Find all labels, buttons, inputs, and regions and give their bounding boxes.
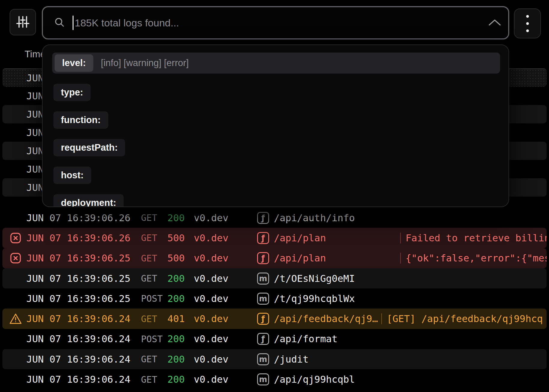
http-method: POST <box>141 334 165 344</box>
log-row[interactable]: JUN 07 16:39:06.24 GET 200 v0.dev m /api… <box>2 369 547 389</box>
log-row[interactable]: JUN 07 16:39:06.24 GET 200 v0.dev m /jud… <box>2 349 547 369</box>
suggestion-hint: [info] [warning] [error] <box>101 58 189 68</box>
middleware-icon: m <box>257 273 269 285</box>
host: v0.dev <box>194 313 255 324</box>
http-method: GET <box>141 354 165 364</box>
request-path: /api/format <box>274 333 338 345</box>
middleware-icon: m <box>257 353 269 365</box>
search-icon <box>54 17 65 29</box>
suggestion-item[interactable]: type: <box>53 84 508 101</box>
message-divider <box>400 233 401 243</box>
request-path: /api/plan <box>274 232 398 244</box>
request-path: /api/plan <box>274 252 398 264</box>
log-message: [GET] /api/feedback/qj99hcq <box>387 313 543 324</box>
filter-button[interactable] <box>10 9 36 35</box>
filter-sliders-icon <box>16 15 30 30</box>
status-code: 200 <box>167 354 191 365</box>
http-method: GET <box>141 314 165 324</box>
suggestion-item[interactable]: host: <box>53 167 508 184</box>
suggestion-item-highlighted[interactable]: level: [info] [warning] [error] <box>52 53 500 74</box>
host: v0.dev <box>194 273 255 284</box>
suggestion-key[interactable]: deployment: <box>53 194 124 207</box>
request-path: /judit <box>274 354 309 365</box>
function-icon: ƒ <box>257 313 269 325</box>
function-icon: ƒ <box>257 252 269 264</box>
timestamp: JUN 07 16:39:06.25 <box>26 273 139 284</box>
http-method: GET <box>141 213 165 223</box>
log-rows: JUN 07 16:39:06.26 GET 200 v0.dev ƒ /api… <box>0 208 549 390</box>
error-icon <box>9 252 22 265</box>
status-code: 200 <box>167 333 191 345</box>
status-code: 200 <box>167 374 191 385</box>
function-icon: ƒ <box>257 212 269 224</box>
request-path: /t/OEsNiGg0eMI <box>274 273 355 284</box>
status-code: 401 <box>167 313 191 324</box>
message-divider <box>381 313 382 324</box>
http-method: GET <box>141 273 165 284</box>
suggestion-key[interactable]: host: <box>53 167 91 184</box>
http-method: POST <box>141 293 165 304</box>
request-path: /api/auth/info <box>274 212 355 224</box>
search-input[interactable] <box>75 7 481 38</box>
log-message: {"ok":false,"error":{"messa <box>406 252 547 264</box>
log-message: Failed to retrieve billing i <box>406 232 547 244</box>
timestamp: JUN 07 16:39:06.24 <box>26 313 139 324</box>
log-row[interactable]: JUN 07 16:39:06.24 POST 200 v0.dev ƒ /ap… <box>2 329 547 349</box>
timestamp: JUN 07 16:39:06.26 <box>26 212 139 224</box>
timestamp: JUN 07 16:39:06.25 <box>26 252 139 264</box>
host: v0.dev <box>194 212 255 224</box>
status-code: 500 <box>167 232 191 244</box>
http-method: GET <box>141 253 165 264</box>
warning-icon <box>9 312 22 325</box>
function-icon: ƒ <box>257 232 269 244</box>
status-code: 500 <box>167 252 191 264</box>
suggestion-item[interactable]: requestPath: <box>53 139 508 156</box>
http-method: GET <box>141 374 165 385</box>
suggestion-key[interactable]: requestPath: <box>53 139 125 156</box>
middleware-icon: m <box>257 373 269 385</box>
timestamp: JUN 07 16:39:06.26 <box>26 232 139 244</box>
suggestion-key[interactable]: level: <box>55 54 93 72</box>
log-row[interactable]: JUN 07 16:39:06.24 GET 401 v0.dev ƒ /api… <box>2 309 547 329</box>
filter-suggestions-panel: level: [info] [warning] [error] type: fu… <box>42 44 509 207</box>
suggestion-item[interactable]: deployment: <box>53 194 508 207</box>
logs-screen: Time JUN JUN JUN JUN JUN JUN JUN <box>0 0 549 392</box>
host: v0.dev <box>194 293 255 304</box>
log-row[interactable]: JUN 07 16:39:06.25 GET 500 v0.dev ƒ /api… <box>2 248 547 268</box>
status-code: 200 <box>167 212 191 224</box>
log-row[interactable]: JUN 07 16:39:06.26 GET 500 v0.dev ƒ /api… <box>2 228 547 248</box>
suggestion-key[interactable]: function: <box>53 111 108 129</box>
request-path: /t/qj99hcqblWx <box>274 293 355 304</box>
middleware-icon: m <box>257 293 269 305</box>
status-code: 200 <box>167 273 191 284</box>
suggestion-item[interactable]: function: <box>53 111 508 129</box>
status-code: 200 <box>167 293 191 304</box>
search-bar <box>42 6 509 39</box>
timestamp: JUN 07 16:39:06.24 <box>26 333 139 345</box>
host: v0.dev <box>194 374 255 385</box>
host: v0.dev <box>194 252 255 264</box>
text-caret <box>73 16 74 30</box>
kebab-menu-icon <box>526 15 529 18</box>
suggestion-key[interactable]: type: <box>53 84 91 101</box>
function-icon: ƒ <box>257 333 269 345</box>
log-row[interactable]: JUN 07 16:39:06.25 POST 200 v0.dev m /t/… <box>2 288 547 309</box>
host: v0.dev <box>194 354 255 365</box>
log-row[interactable]: JUN 07 16:39:06.25 GET 200 v0.dev m /t/O… <box>2 268 547 288</box>
http-method: GET <box>141 233 165 243</box>
log-row[interactable]: JUN 07 16:39:06.26 GET 200 v0.dev ƒ /api… <box>2 208 547 228</box>
host: v0.dev <box>194 232 255 244</box>
request-path: /api/qj99hcqbl <box>274 374 355 385</box>
message-divider <box>400 253 401 264</box>
collapse-suggestions-button[interactable] <box>481 7 508 38</box>
timestamp: JUN 07 16:39:06.24 <box>26 354 139 365</box>
host: v0.dev <box>194 333 255 345</box>
timestamp: JUN 07 16:39:06.25 <box>26 293 139 304</box>
chevron-up-icon <box>488 19 501 27</box>
timestamp: JUN 07 16:39:06.24 <box>26 374 139 385</box>
request-path: /api/feedback/qj9… <box>274 313 380 324</box>
more-options-button[interactable] <box>514 8 541 38</box>
error-icon <box>9 231 22 245</box>
